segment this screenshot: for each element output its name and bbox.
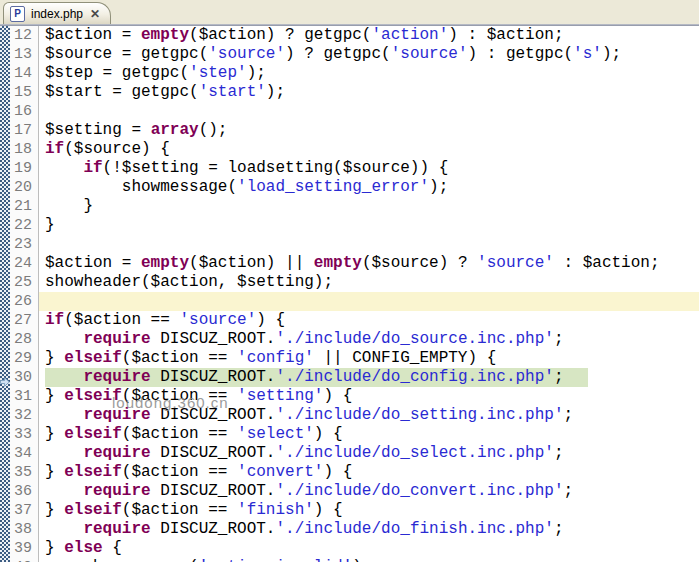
- code-line-content: $step = getgpc('step');: [39, 64, 699, 83]
- code-line[interactable]: 29} elseif($action == 'config' || CONFIG…: [10, 349, 699, 368]
- line-number: 30: [10, 368, 39, 387]
- code-line-content: showheader($action, $setting);: [39, 273, 699, 292]
- code-line-content: } elseif($action == 'finish') {: [39, 501, 699, 520]
- code-line-content: $action = empty($action) || empty($sourc…: [39, 254, 699, 273]
- code-line-content: [39, 102, 699, 121]
- code-line-content: [39, 292, 699, 311]
- line-number: 34: [10, 444, 39, 463]
- code-editor[interactable]: 12$action = empty($action) ? getgpc('act…: [0, 26, 699, 562]
- line-number: 19: [10, 159, 39, 178]
- code-line-content: } elseif($action == 'setting') {: [39, 387, 699, 406]
- line-number: 31: [10, 387, 39, 406]
- line-number: 21: [10, 197, 39, 216]
- line-number: 25: [10, 273, 39, 292]
- tab-title: index.php: [31, 7, 83, 21]
- code-line-content: } elseif($action == 'convert') {: [39, 463, 699, 482]
- code-line-content: $source = getgpc('source') ? getgpc('sou…: [39, 45, 699, 64]
- code-line-content: } elseif($action == 'config' || CONFIG_E…: [39, 349, 699, 368]
- code-line[interactable]: 18if($source) {: [10, 140, 699, 159]
- code-line-content: showmessage('load_setting_error');: [39, 178, 699, 197]
- code-line[interactable]: 13$source = getgpc('source') ? getgpc('s…: [10, 45, 699, 64]
- line-number: 13: [10, 45, 39, 64]
- code-line-content: if($source) {: [39, 140, 699, 159]
- code-line-content: $start = getgpc('start');: [39, 83, 699, 102]
- code-line[interactable]: 28 require DISCUZ_ROOT.'./include/do_sou…: [10, 330, 699, 349]
- line-number: 23: [10, 235, 39, 254]
- code-line-content: showmessage('action_invalid');: [39, 558, 699, 562]
- code-line-content: [39, 235, 699, 254]
- line-number: 20: [10, 178, 39, 197]
- editor-window: P index.php ✕ 12$action = empty($action)…: [0, 0, 699, 562]
- code-line[interactable]: 39} else {: [10, 539, 699, 558]
- code-line-content: }: [39, 197, 699, 216]
- code-line-content: $action = empty($action) ? getgpc('actio…: [39, 26, 699, 45]
- line-number: 29: [10, 349, 39, 368]
- code-line[interactable]: 16: [10, 102, 699, 121]
- code-line[interactable]: 12$action = empty($action) ? getgpc('act…: [10, 26, 699, 45]
- code-line-content: require DISCUZ_ROOT.'./include/do_config…: [39, 368, 699, 387]
- code-line[interactable]: 33} elseif($action == 'select') {: [10, 425, 699, 444]
- code-line[interactable]: 40 showmessage('action_invalid');: [10, 558, 699, 562]
- code-line[interactable]: 19 if(!$setting = loadsetting($source)) …: [10, 159, 699, 178]
- code-line[interactable]: 20 showmessage('load_setting_error');: [10, 178, 699, 197]
- code-line[interactable]: 37} elseif($action == 'finish') {: [10, 501, 699, 520]
- line-number: 26: [10, 292, 39, 311]
- code-line-content: require DISCUZ_ROOT.'./include/do_select…: [39, 444, 699, 463]
- line-number: 32: [10, 406, 39, 425]
- line-number: 12: [10, 26, 39, 45]
- line-number: 33: [10, 425, 39, 444]
- code-line[interactable]: 23: [10, 235, 699, 254]
- line-number: 18: [10, 140, 39, 159]
- line-number: 22: [10, 216, 39, 235]
- code-line[interactable]: 34 require DISCUZ_ROOT.'./include/do_sel…: [10, 444, 699, 463]
- line-number: 16: [10, 102, 39, 121]
- highlighted-code-span: require DISCUZ_ROOT.'./include/do_config…: [45, 368, 588, 387]
- code-line[interactable]: 21 }: [10, 197, 699, 216]
- code-line[interactable]: 14$step = getgpc('step');: [10, 64, 699, 83]
- line-number: 14: [10, 64, 39, 83]
- code-line[interactable]: 35} elseif($action == 'convert') {: [10, 463, 699, 482]
- code-line[interactable]: 15$start = getgpc('start');: [10, 83, 699, 102]
- code-line[interactable]: 25showheader($action, $setting);: [10, 273, 699, 292]
- tab-close-icon[interactable]: ✕: [90, 8, 100, 20]
- editor-tabbar: P index.php ✕: [0, 0, 699, 24]
- code-line[interactable]: 36 require DISCUZ_ROOT.'./include/do_con…: [10, 482, 699, 501]
- code-line-content: } else {: [39, 539, 699, 558]
- line-number: 15: [10, 83, 39, 102]
- marker-strip: [0, 26, 10, 562]
- tab-index-php[interactable]: P index.php ✕: [3, 2, 111, 24]
- line-number: 39: [10, 539, 39, 558]
- code-line[interactable]: 22}: [10, 216, 699, 235]
- code-line[interactable]: 31} elseif($action == 'setting') {: [10, 387, 699, 406]
- code-line[interactable]: 24$action = empty($action) || empty($sou…: [10, 254, 699, 273]
- line-number: 40: [10, 558, 39, 562]
- code-line[interactable]: 32 require DISCUZ_ROOT.'./include/do_set…: [10, 406, 699, 425]
- php-file-icon: P: [10, 6, 25, 22]
- line-number: 27: [10, 311, 39, 330]
- line-number: 38: [10, 520, 39, 539]
- code-line[interactable]: 26: [10, 292, 699, 311]
- code-line-content: }: [39, 216, 699, 235]
- code-line-content: } elseif($action == 'select') {: [39, 425, 699, 444]
- code-line-content: require DISCUZ_ROOT.'./include/do_conver…: [39, 482, 699, 501]
- code-line[interactable]: 38 require DISCUZ_ROOT.'./include/do_fin…: [10, 520, 699, 539]
- line-number: 36: [10, 482, 39, 501]
- code-line[interactable]: 27if($action == 'source') {: [10, 311, 699, 330]
- line-number: 37: [10, 501, 39, 520]
- code-area: 12$action = empty($action) ? getgpc('act…: [10, 26, 699, 562]
- current-line-arrow-icon: [0, 373, 10, 383]
- line-number: 17: [10, 121, 39, 140]
- code-line-content: require DISCUZ_ROOT.'./include/do_finish…: [39, 520, 699, 539]
- line-number: 35: [10, 463, 39, 482]
- code-line-content: require DISCUZ_ROOT.'./include/do_settin…: [39, 406, 699, 425]
- code-line-content: if($action == 'source') {: [39, 311, 699, 330]
- line-number: 28: [10, 330, 39, 349]
- line-number: 24: [10, 254, 39, 273]
- code-line[interactable]: 17$setting = array();: [10, 121, 699, 140]
- code-line-content: require DISCUZ_ROOT.'./include/do_source…: [39, 330, 699, 349]
- code-line[interactable]: 30 require DISCUZ_ROOT.'./include/do_con…: [10, 368, 699, 387]
- code-line-content: $setting = array();: [39, 121, 699, 140]
- code-line-content: if(!$setting = loadsetting($source)) {: [39, 159, 699, 178]
